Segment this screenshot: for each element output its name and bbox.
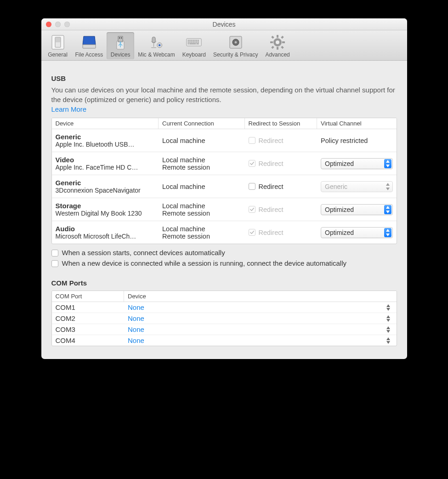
- redirect-checkbox[interactable]: Redirect: [249, 183, 314, 190]
- redirect-checkbox: Redirect: [249, 229, 314, 236]
- device-name: Apple Inc. Bluetooth USB…: [56, 141, 155, 148]
- device-cell: Generic3Dconnexion SpaceNavigator: [52, 178, 159, 195]
- tab-label: Keyboard: [182, 51, 206, 58]
- tab-mic-webcam[interactable]: Mic & Webcam: [134, 32, 178, 59]
- chevron-updown-icon: [384, 205, 391, 214]
- svg-rect-37: [270, 41, 273, 43]
- chevron-updown-icon: [386, 326, 393, 333]
- virtual-channel-select[interactable]: Optimized: [321, 158, 393, 169]
- com-port-name: COM2: [52, 313, 125, 324]
- svg-rect-25: [194, 41, 196, 43]
- device-cell: AudioMicrosoft Microsoft LifeCh…: [52, 224, 159, 241]
- column-redirect: Redirect to Session: [245, 118, 318, 129]
- option-auto-connect-on-plug[interactable]: When a new device is connected while a s…: [51, 259, 397, 267]
- usb-heading: USB: [51, 74, 397, 82]
- connection-cell: Local machine: [159, 136, 245, 145]
- com-device-select[interactable]: None: [124, 324, 397, 335]
- svg-rect-15: [189, 40, 191, 41]
- redirect-label: Redirect: [259, 160, 284, 167]
- com-device-value: None: [128, 303, 144, 311]
- com-heading: COM Ports: [51, 279, 397, 287]
- select-value: Optimized: [325, 229, 354, 236]
- svg-rect-7: [121, 37, 122, 39]
- virtual-channel-cell: Policy restricted: [317, 136, 397, 145]
- table-row: COM3None: [52, 324, 397, 335]
- checkbox-icon: [249, 137, 255, 144]
- redirect-checkbox: Redirect: [249, 137, 314, 144]
- redirect-checkbox: Redirect: [249, 160, 314, 167]
- tab-keyboard[interactable]: Keyboard: [179, 32, 210, 59]
- option-auto-connect-on-start[interactable]: When a session starts, connect devices a…: [51, 249, 397, 257]
- virtual-channel-cell: Optimized: [317, 203, 397, 216]
- redirect-label: Redirect: [259, 206, 284, 213]
- device-cell: GenericApple Inc. Bluetooth USB…: [52, 132, 159, 149]
- svg-point-43: [276, 40, 279, 44]
- connection-cell: Local machine: [159, 182, 245, 191]
- redirect-label: Redirect: [259, 137, 284, 144]
- connection-value: Local machine: [162, 137, 241, 144]
- svg-point-12: [159, 44, 160, 46]
- com-device-select[interactable]: None: [124, 335, 397, 346]
- column-com-device: Device: [124, 291, 397, 302]
- connection-cell: Local machineRemote session: [159, 224, 245, 241]
- learn-more-link[interactable]: Learn More: [51, 105, 87, 113]
- svg-rect-21: [188, 41, 189, 43]
- usb-icon: [112, 34, 129, 51]
- svg-rect-14: [188, 40, 189, 41]
- connection-value: Local machine: [162, 183, 241, 190]
- tab-label: Advanced: [265, 51, 289, 58]
- redirect-cell: Redirect: [245, 159, 318, 168]
- svg-rect-35: [277, 35, 278, 38]
- tab-file-access[interactable]: File Access: [72, 32, 107, 59]
- tab-security-privacy[interactable]: Security & Privacy: [210, 32, 261, 59]
- column-com-port: COM Port: [52, 291, 125, 302]
- svg-point-33: [234, 41, 237, 44]
- checkbox-icon: [249, 160, 255, 167]
- svg-rect-3: [83, 45, 96, 48]
- svg-rect-26: [196, 41, 198, 43]
- redirect-cell: Redirect: [245, 205, 318, 214]
- virtual-channel-select[interactable]: Optimized: [321, 227, 393, 238]
- virtual-channel-select: Generic: [321, 181, 393, 192]
- window-title: Devices: [41, 21, 407, 28]
- com-port-name: COM4: [52, 335, 125, 346]
- com-port-name: COM1: [52, 302, 125, 313]
- content-area: USB You can use devices on your local ma…: [41, 61, 407, 359]
- tab-general[interactable]: General: [44, 32, 72, 59]
- com-port-name: COM3: [52, 324, 125, 335]
- device-cell: StorageWestern Digital My Book 1230: [52, 201, 159, 218]
- redirect-checkbox: Redirect: [249, 206, 314, 213]
- virtual-channel-cell: Optimized: [317, 157, 397, 170]
- com-device-select[interactable]: None: [124, 313, 397, 324]
- device-type: Storage: [56, 202, 155, 210]
- preferences-window: Devices General File Access: [41, 18, 407, 359]
- chevron-updown-icon: [384, 182, 391, 191]
- com-device-value: None: [128, 325, 144, 333]
- svg-rect-42: [281, 46, 284, 49]
- checkbox-icon: [51, 260, 58, 267]
- select-value: Optimized: [325, 206, 354, 213]
- com-device-select[interactable]: None: [124, 302, 397, 313]
- svg-point-8: [120, 41, 121, 43]
- column-virtual-channel: Virtual Channel: [317, 118, 397, 129]
- safe-icon: [227, 34, 244, 51]
- svg-rect-36: [277, 47, 278, 50]
- mic-webcam-icon: [148, 34, 164, 51]
- usb-table-header: Device Current Connection Redirect to Se…: [52, 118, 397, 129]
- redirect-cell: Redirect: [245, 136, 318, 145]
- column-device: Device: [52, 118, 159, 129]
- connection-cell: Local machineRemote session: [159, 155, 245, 172]
- svg-rect-22: [189, 41, 191, 43]
- tab-advanced[interactable]: Advanced: [261, 32, 293, 59]
- table-row: COM4None: [52, 335, 397, 346]
- connection-value: Remote session: [162, 233, 241, 240]
- redirect-label: Redirect: [259, 229, 284, 236]
- option-label: When a new device is connected while a s…: [62, 259, 347, 267]
- tab-devices[interactable]: Devices: [107, 32, 134, 59]
- virtual-channel-select[interactable]: Optimized: [321, 204, 393, 215]
- chevron-updown-icon: [386, 315, 393, 322]
- chevron-updown-icon: [384, 159, 391, 168]
- svg-rect-2: [56, 38, 60, 42]
- device-name: Apple Inc. FaceTime HD C…: [56, 164, 155, 171]
- svg-rect-18: [194, 40, 196, 41]
